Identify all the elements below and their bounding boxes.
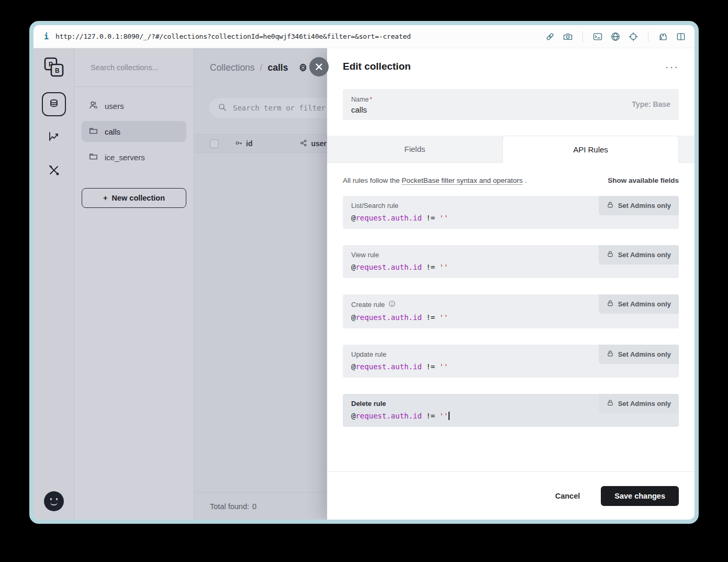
lock-icon (607, 300, 614, 308)
tab-fields[interactable]: Fields (327, 136, 502, 162)
lock-icon (607, 201, 614, 210)
lock-icon (607, 399, 614, 408)
api-rules-tab-content: All rules follow the PocketBase filter s… (327, 163, 695, 471)
set-admins-only-button[interactable]: Set Admins only (599, 245, 679, 265)
panel-title: Edit collection (343, 61, 411, 72)
view-rule-field[interactable]: View rule @request.auth.id != '' Set Adm… (343, 245, 679, 278)
rules-intro: All rules follow the PocketBase filter s… (343, 177, 527, 184)
list-search-rule-field[interactable]: List/Search rule @request.auth.id != '' … (343, 196, 679, 229)
set-admins-only-button[interactable]: Set Admins only (599, 345, 679, 364)
extension-icon[interactable] (658, 31, 668, 42)
browser-window: i http://127.0.0.1:8090/_/?#/collections… (29, 21, 699, 524)
link-icon[interactable] (545, 31, 555, 42)
set-admins-only-button[interactable]: Set Admins only (599, 394, 679, 413)
crosshair-icon[interactable] (628, 31, 639, 42)
url-input[interactable]: http://127.0.0.1:8090/_/?#/collections?c… (55, 32, 411, 40)
app-area: P B Search collections.. (33, 48, 695, 520)
set-admins-only-button[interactable]: Set Admins only (599, 294, 679, 314)
close-panel-button[interactable] (309, 57, 329, 76)
camera-icon[interactable] (563, 31, 573, 42)
create-rule-field[interactable]: Create rule @request.auth.id != '' Set A… (343, 294, 679, 328)
tab-api-rules[interactable]: API Rules (502, 136, 679, 163)
edit-collection-panel: Edit collection ··· Name* calls Type: Ba… (327, 48, 695, 520)
more-options-button[interactable]: ··· (665, 64, 679, 69)
lock-icon (607, 250, 614, 259)
globe-icon[interactable] (610, 31, 621, 42)
update-rule-field[interactable]: Update rule @request.auth.id != '' Set A… (343, 345, 679, 378)
panel-footer: Cancel Save changes (327, 471, 695, 520)
panel-tabs: Fields API Rules (327, 136, 695, 163)
show-available-fields-toggle[interactable]: Show available fields (608, 177, 679, 184)
lock-icon (607, 350, 614, 359)
required-asterisk: * (369, 96, 372, 103)
collection-name-value[interactable]: calls (351, 105, 632, 114)
rule-code-editor[interactable]: @request.auth.id != '' (351, 313, 670, 322)
cancel-button[interactable]: Cancel (555, 492, 580, 500)
text-cursor (449, 412, 450, 420)
terminal-icon[interactable] (592, 31, 603, 42)
filter-syntax-link[interactable]: PocketBase filter syntax and operators (402, 177, 523, 184)
set-admins-only-button[interactable]: Set Admins only (599, 196, 679, 215)
delete-rule-field[interactable]: Delete rule @request.auth.id != '' Set A… (343, 394, 679, 427)
close-icon (317, 64, 322, 70)
name-label: Name (351, 96, 368, 103)
collection-name-field[interactable]: Name* calls Type: Base (343, 89, 679, 120)
save-changes-button[interactable]: Save changes (601, 486, 679, 506)
collection-type-label: Type: Base (632, 100, 670, 108)
info-circle-icon[interactable] (388, 300, 396, 309)
info-icon[interactable]: i (44, 32, 55, 41)
url-bar: i http://127.0.0.1:8090/_/?#/collections… (33, 25, 695, 48)
split-view-icon[interactable] (676, 31, 686, 42)
